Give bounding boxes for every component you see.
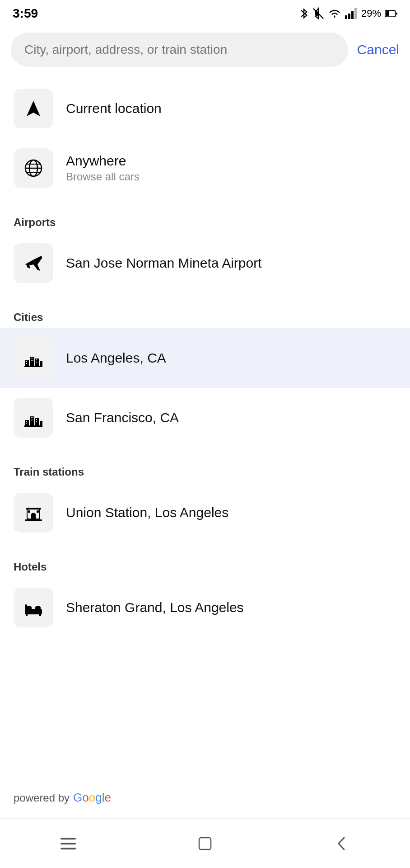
san-francisco-label: San Francisco, CA [66, 410, 179, 425]
sjc-airport-label: San Jose Norman Mineta Airport [66, 255, 262, 271]
airport-icon-box [14, 243, 53, 283]
svg-rect-26 [30, 416, 34, 426]
wifi-icon [328, 8, 341, 19]
sf-city-icon-box [14, 398, 53, 438]
location-arrow-icon [23, 98, 44, 119]
svg-rect-21 [31, 360, 32, 361]
train-stations-section: Train stations Union Station, Los Angele… [0, 452, 410, 547]
status-time: 3:59 [13, 6, 38, 21]
svg-rect-29 [24, 425, 42, 427]
svg-rect-48 [26, 613, 28, 616]
current-location-item[interactable]: Current location [0, 79, 410, 138]
svg-rect-47 [25, 604, 27, 614]
svg-rect-5 [396, 12, 397, 14]
svg-rect-43 [37, 510, 39, 513]
svg-rect-32 [31, 417, 32, 418]
browse-all-cars-label: Browse all cars [66, 170, 140, 183]
train-stations-section-header: Train stations [0, 457, 410, 483]
svg-rect-33 [33, 417, 33, 418]
city-icon [23, 348, 44, 368]
svg-rect-41 [25, 519, 42, 521]
plane-icon [23, 253, 44, 274]
cities-section: Cities Los Angeles, CA [0, 297, 410, 452]
svg-rect-6 [386, 11, 389, 16]
svg-rect-46 [35, 606, 41, 610]
union-station-item[interactable]: Union Station, Los Angeles [0, 483, 410, 542]
svg-rect-31 [26, 423, 27, 424]
mute-icon [312, 7, 324, 20]
city-icon [23, 407, 44, 428]
current-location-label: Current location [66, 101, 162, 116]
status-icons: 29% [299, 7, 397, 20]
back-button[interactable] [324, 830, 360, 857]
cancel-button[interactable]: Cancel [357, 42, 399, 57]
hotel-icon-box [14, 588, 53, 627]
anywhere-item[interactable]: Anywhere Browse all cars [0, 138, 410, 198]
powered-by-text: powered by [14, 792, 70, 804]
battery-text: 29% [361, 8, 381, 19]
menu-icon [61, 838, 76, 849]
svg-rect-19 [31, 358, 32, 359]
hotels-section-header: Hotels [0, 552, 410, 578]
sjc-airport-item[interactable]: San Jose Norman Mineta Airport [0, 233, 410, 293]
search-input[interactable] [11, 33, 348, 67]
bluetooth-icon [299, 7, 309, 20]
svg-rect-35 [33, 420, 33, 420]
airports-section: Airports San Jose Norman Mineta Airport [0, 203, 410, 297]
svg-rect-3 [354, 8, 357, 19]
svg-rect-24 [36, 362, 37, 363]
svg-rect-23 [36, 359, 37, 360]
bottom-nav [0, 818, 410, 868]
la-city-icon-box [14, 338, 53, 378]
globe-icon [23, 158, 44, 179]
menu-button[interactable] [50, 830, 86, 857]
google-logo: Google [73, 791, 111, 805]
train-station-icon-box [14, 493, 53, 533]
svg-rect-40 [26, 508, 41, 509]
svg-rect-42 [28, 510, 30, 513]
hotel-icon [23, 597, 44, 618]
signal-icon [345, 8, 358, 19]
cities-section-header: Cities [0, 302, 410, 328]
svg-rect-16 [24, 366, 42, 367]
svg-rect-22 [33, 360, 33, 361]
home-icon [196, 834, 214, 853]
union-station-label: Union Station, Los Angeles [66, 505, 228, 520]
svg-rect-1 [348, 14, 350, 19]
sheraton-item[interactable]: Sheraton Grand, Los Angeles [0, 578, 410, 637]
airports-section-header: Airports [0, 207, 410, 233]
los-angeles-label: Los Angeles, CA [66, 350, 166, 366]
svg-rect-37 [36, 421, 37, 422]
search-row: Cancel [0, 25, 410, 74]
powered-by: powered by Google [14, 791, 111, 805]
svg-rect-36 [36, 419, 37, 420]
svg-rect-50 [199, 838, 211, 849]
svg-rect-34 [31, 420, 32, 420]
home-button[interactable] [187, 830, 223, 857]
quick-items-section: Current location Anywhere Browse all car… [0, 74, 410, 203]
svg-rect-30 [26, 421, 27, 422]
current-location-icon-box [14, 89, 53, 128]
sheraton-label: Sheraton Grand, Los Angeles [66, 600, 244, 615]
train-icon [23, 502, 44, 523]
svg-rect-13 [30, 357, 34, 367]
hotels-section: Hotels Sheraton Grand, Los Angeles [0, 547, 410, 642]
svg-rect-18 [26, 363, 27, 364]
battery-icon [385, 9, 397, 18]
svg-rect-20 [33, 358, 33, 359]
svg-rect-0 [345, 15, 347, 19]
anywhere-label: Anywhere [66, 153, 140, 169]
svg-rect-49 [39, 613, 41, 616]
back-icon [334, 834, 349, 853]
status-bar: 3:59 29% [0, 0, 410, 25]
los-angeles-item[interactable]: Los Angeles, CA [0, 328, 410, 388]
svg-rect-2 [351, 11, 354, 19]
san-francisco-item[interactable]: San Francisco, CA [0, 388, 410, 448]
svg-rect-17 [26, 361, 27, 362]
anywhere-icon-box [14, 148, 53, 188]
